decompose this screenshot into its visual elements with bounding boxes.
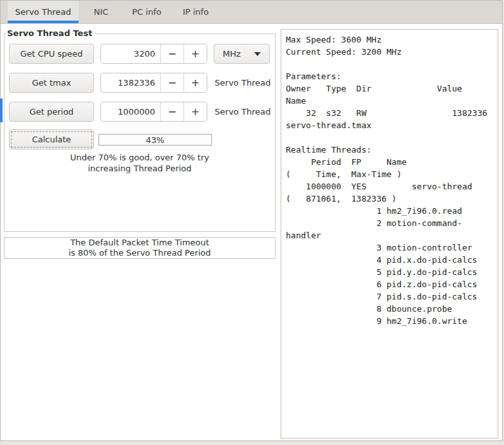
get-cpu-speed-button[interactable]: Get CPU speed xyxy=(9,44,94,64)
period-input[interactable] xyxy=(101,102,160,121)
get-period-button[interactable]: Get period xyxy=(9,102,94,122)
load-percentage-display: 43% xyxy=(98,134,212,146)
period-spinbox: − + xyxy=(100,102,207,122)
tab-bar: Servo Thread NIC PC info IP info xyxy=(1,1,502,24)
tmax-spinbox: − + xyxy=(100,73,207,93)
tab-ip-info[interactable]: IP info xyxy=(175,1,216,23)
period-increment-button[interactable]: + xyxy=(183,102,207,121)
tab-pc-info-label: PC info xyxy=(132,7,161,17)
tab-ip-info-label: IP info xyxy=(183,7,209,17)
cpu-speed-spinbox: − + xyxy=(100,44,207,64)
diagnostics-output-panel: Max Speed: 3600 MHz Current Speed: 3200 … xyxy=(281,29,498,439)
packet-timeout-line1: The Default Packet Time Timeout xyxy=(70,238,209,248)
calculate-button[interactable]: Calculate xyxy=(9,129,94,149)
unit-dropdown-value: MHz xyxy=(223,49,241,59)
load-hint-text: Under 70% is good, over 70% try increasi… xyxy=(5,153,275,174)
diagnostics-output-text: Max Speed: 3600 MHz Current Speed: 3200 … xyxy=(281,30,498,327)
servo-thread-test-frame: Get CPU speed − + MHz Get tmax − + Servo… xyxy=(4,33,275,232)
tab-servo-thread-label: Servo Thread xyxy=(15,7,71,17)
get-tmax-button[interactable]: Get tmax xyxy=(9,73,94,93)
tmax-input[interactable] xyxy=(101,73,160,92)
cpu-speed-increment-button[interactable]: + xyxy=(183,44,207,63)
load-hint-line1: Under 70% is good, over 70% try xyxy=(5,153,275,164)
chevron-down-icon xyxy=(254,52,261,56)
unit-dropdown[interactable]: MHz xyxy=(214,44,270,64)
packet-timeout-line2: is 80% of the Servo Thread Period xyxy=(68,248,210,258)
tab-servo-thread[interactable]: Servo Thread xyxy=(8,1,79,23)
cpu-speed-decrement-button[interactable]: − xyxy=(160,44,183,63)
tab-nic-label: NIC xyxy=(94,7,109,17)
packet-timeout-note: The Default Packet Time Timeout is 80% o… xyxy=(4,237,275,259)
period-decrement-button[interactable]: − xyxy=(160,102,183,121)
frame-title: Servo Thread Test xyxy=(6,28,95,39)
tab-nic[interactable]: NIC xyxy=(84,1,118,23)
tmax-thread-label: Servo Thread xyxy=(209,73,276,93)
period-thread-label: Servo Thread xyxy=(209,102,276,122)
cpu-speed-input[interactable] xyxy=(101,44,160,63)
left-scrollbar-indicator[interactable] xyxy=(0,99,3,122)
tab-pc-info[interactable]: PC info xyxy=(124,1,170,23)
tmax-decrement-button[interactable]: − xyxy=(160,73,183,92)
tmax-increment-button[interactable]: + xyxy=(183,73,207,92)
load-hint-line2: increasing Thread Period xyxy=(5,164,275,175)
